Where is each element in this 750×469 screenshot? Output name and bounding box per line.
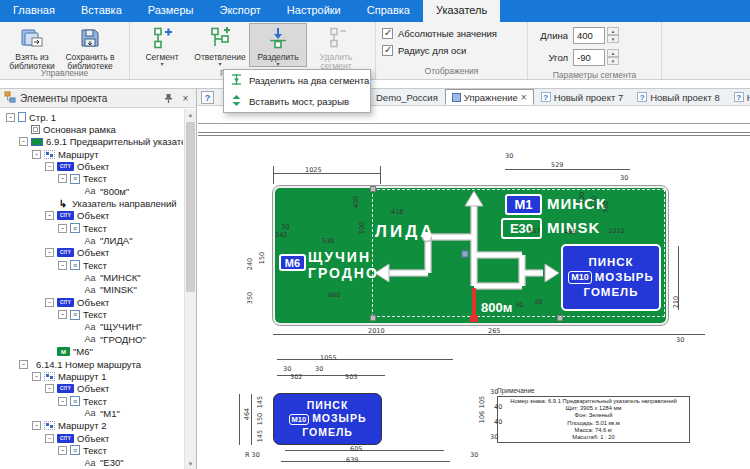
drawing-canvas[interactable]: ЛИДА М1 МИНСК E30 MINSK М6 ЩУЧИН ГРОДНО …: [198, 106, 750, 469]
tree-item[interactable]: -≡Текст: [58, 309, 107, 321]
sign-blue-panel[interactable]: ПИНСК М10 МОЗЫРЬ ГОМЕЛЬ: [561, 244, 661, 311]
spin-up-icon[interactable]: [607, 27, 619, 35]
ribbon-tab[interactable]: Настройки: [274, 0, 354, 22]
split-button[interactable]: Разделить: [249, 23, 307, 67]
tree-expander-icon[interactable]: -: [45, 211, 54, 220]
tree-item[interactable]: Аа"М1": [71, 407, 120, 419]
frame-icon: [31, 125, 40, 134]
spin-up-icon[interactable]: [607, 49, 619, 57]
save-to-library-button[interactable]: Сохранить в библиотеке: [61, 23, 119, 67]
spin-down-icon[interactable]: [607, 57, 619, 65]
length-input[interactable]: 400: [573, 27, 605, 44]
scroll-up-icon[interactable]: [185, 109, 196, 120]
tree-item[interactable]: Аа"ГРОДНО": [71, 333, 146, 345]
scrollbar-thumb[interactable]: [186, 122, 195, 292]
tree-item[interactable]: Аа"ЛИДА": [71, 235, 133, 247]
tree-expander-icon[interactable]: -: [58, 446, 67, 455]
tree-expander-icon[interactable]: -: [58, 174, 67, 183]
tree-item[interactable]: -CITYОбъект: [45, 160, 109, 172]
tree-expander-icon[interactable]: -: [45, 384, 54, 393]
tree-item[interactable]: M"М6": [45, 346, 93, 358]
tree-item[interactable]: -≡Текст: [58, 173, 107, 185]
tree-item[interactable]: ↳Указатель направлений: [45, 197, 177, 209]
route-badge-m1[interactable]: М1: [505, 194, 542, 215]
tree-item[interactable]: -6.14.1 Номер маршрута: [19, 358, 141, 370]
tree-expander-icon[interactable]: -: [45, 434, 54, 443]
tree-expander-icon[interactable]: -: [19, 137, 28, 146]
tree-item[interactable]: -≡Текст: [58, 259, 107, 271]
tree-item[interactable]: Аа"MINSK": [71, 284, 137, 296]
close-tab-icon[interactable]: [521, 92, 527, 103]
tree-item[interactable]: -6.9.1 Предварительный указатель напра: [19, 136, 183, 148]
tree-expander-icon[interactable]: -: [45, 248, 54, 257]
pin-icon[interactable]: [162, 92, 175, 105]
length-stepper[interactable]: [607, 27, 619, 43]
tree-expander-icon[interactable]: -: [45, 162, 54, 171]
tree-item[interactable]: Аа"МИНСК": [71, 272, 141, 284]
take-from-library-button[interactable]: Взять из библиотеки: [3, 23, 61, 67]
checkbox-checked-icon[interactable]: [382, 28, 393, 39]
tree-item[interactable]: -Маршрут: [32, 148, 99, 160]
help-icon[interactable]: [201, 91, 214, 104]
grip-handle[interactable]: [370, 315, 376, 321]
ribbon-tab[interactable]: Указатель: [423, 0, 500, 22]
tree-expander-icon[interactable]: -: [58, 397, 67, 406]
tree-item[interactable]: Аа"E30": [71, 457, 124, 469]
sign-text-schuchin[interactable]: ЩУЧИН: [308, 249, 371, 265]
tree-item[interactable]: -CITYОбъект: [45, 247, 109, 259]
ribbon-tab[interactable]: Вставка: [68, 0, 135, 22]
detail-blue-sign[interactable]: ПИНСК М10 МОЗЫРЬ ГОМЕЛЬ: [273, 393, 382, 445]
tree-item[interactable]: -CITYОбъект: [45, 432, 109, 444]
tree-item[interactable]: -Маршрут 2: [32, 420, 106, 432]
tree-item[interactable]: -CITYОбъект: [45, 383, 109, 395]
menu-item[interactable]: Разделить на два сегмента: [224, 70, 370, 91]
grip-handle[interactable]: [557, 315, 563, 321]
ribbon-tab[interactable]: Главная: [0, 0, 68, 22]
sign-text-grodno[interactable]: ГРОДНО: [308, 265, 379, 281]
tree-expander-icon[interactable]: -: [19, 360, 28, 369]
sign-text-distance[interactable]: 800м: [481, 300, 512, 315]
ribbon-tab[interactable]: Экспорт: [206, 0, 273, 22]
tree-expander-icon[interactable]: -: [58, 224, 67, 233]
tree-expander-icon[interactable]: -: [58, 310, 67, 319]
spin-down-icon[interactable]: [607, 35, 619, 43]
scroll-down-icon[interactable]: [185, 458, 196, 469]
ribbon-tab[interactable]: Справка: [354, 0, 423, 22]
absolute-values-checkbox[interactable]: Абсолютные значения: [382, 28, 521, 39]
document-tab[interactable]: Новый проект 9: [727, 89, 750, 105]
tree-scrollbar[interactable]: [184, 109, 196, 469]
tree-item[interactable]: Аа"800м": [71, 185, 129, 197]
radius-for-axis-checkbox[interactable]: Радиус для оси: [382, 45, 521, 56]
document-tab[interactable]: Упражнение: [445, 89, 534, 105]
tree-item[interactable]: -CITYОбъект: [45, 296, 109, 308]
tree-item[interactable]: -≡Текст: [58, 444, 107, 456]
angle-input[interactable]: -90: [573, 49, 605, 66]
tree-item[interactable]: -≡Текст: [58, 222, 107, 234]
angle-stepper[interactable]: [607, 49, 619, 65]
tree-item[interactable]: -CITYОбъект: [45, 210, 109, 222]
menu-item[interactable]: Вставить мост, разрыв: [224, 91, 370, 112]
tree-item[interactable]: -≡Текст: [58, 395, 107, 407]
route-badge-m6[interactable]: М6: [279, 254, 306, 271]
dimension-line: [277, 359, 453, 360]
tree-expander-icon[interactable]: -: [32, 150, 41, 159]
tree-expander-icon[interactable]: -: [58, 261, 67, 270]
tree-item[interactable]: Основная рамка: [19, 123, 116, 135]
tree-item[interactable]: -Стр. 1: [6, 111, 56, 123]
branch-button[interactable]: Ответвление: [191, 23, 249, 67]
tree-expander-icon[interactable]: -: [32, 421, 41, 430]
tree-item[interactable]: Аа"ЩУЧИН": [71, 321, 142, 333]
tree-expander-icon[interactable]: -: [6, 113, 15, 122]
document-tab[interactable]: Новый проект 8: [630, 89, 727, 105]
tree-expander-icon[interactable]: -: [45, 298, 54, 307]
document-tab[interactable]: Demo_Россия: [369, 89, 445, 105]
grip-handle[interactable]: [370, 186, 376, 192]
tree-item[interactable]: -Маршрут 1: [32, 370, 106, 382]
segment-button[interactable]: Сегмент: [133, 23, 191, 67]
document-tab[interactable]: Новый проект 7: [534, 89, 631, 105]
sign-text-lida[interactable]: ЛИДА: [375, 222, 436, 242]
ribbon-tab[interactable]: Размеры: [135, 0, 207, 22]
tree-expander-icon[interactable]: -: [32, 372, 41, 381]
close-icon[interactable]: [179, 92, 192, 105]
checkbox-checked-icon[interactable]: [382, 45, 393, 56]
